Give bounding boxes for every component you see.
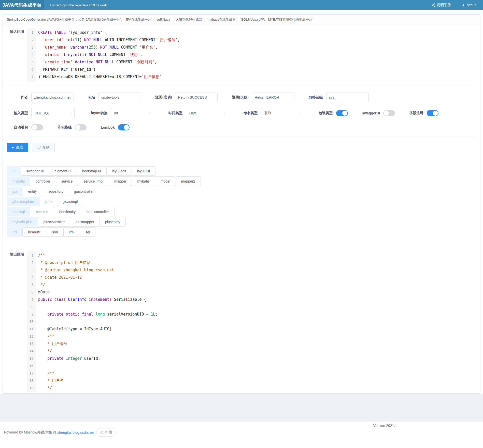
line-number: 4 bbox=[29, 51, 34, 58]
author-link[interactable]: zhengkai.blog.csdn.net bbox=[57, 430, 94, 435]
tab-sql[interactable]: sql bbox=[80, 227, 95, 237]
line-number: 1 bbox=[29, 29, 34, 36]
copy-button[interactable]: 复制 bbox=[32, 143, 55, 152]
powered-by: Powered by Moshow郑锴/大狼狗 zhengkai.blog.cs… bbox=[4, 428, 479, 437]
switch-Lombok[interactable] bbox=[118, 124, 130, 130]
tab-layui-edit[interactable]: layui-edit bbox=[106, 166, 132, 176]
line-number: 14 bbox=[29, 348, 34, 355]
tab-mapper2[interactable]: mapper2 bbox=[176, 176, 201, 186]
tab-pluscontroller[interactable]: pluscontroller bbox=[38, 217, 70, 227]
select-TinyInt转换[interactable]: int bbox=[111, 108, 154, 118]
tab-swagger-ui[interactable]: swagger-ui bbox=[21, 166, 49, 176]
switch-swaggerUI[interactable] bbox=[383, 110, 395, 116]
tab-beetlentity[interactable]: beetlentity bbox=[54, 207, 81, 216]
code-line: */ bbox=[38, 384, 480, 392]
code-line: 'user_id' int(11) NOT NULL AUTO_INCREMEN… bbox=[38, 36, 480, 44]
line-number: 17 bbox=[29, 370, 34, 377]
code-line: /** bbox=[38, 370, 480, 377]
tab-repository[interactable]: repository bbox=[42, 187, 69, 196]
tab-row-mybatis: mybatiscontrollerserviceservice_implmapp… bbox=[7, 176, 476, 186]
line-number: 10 bbox=[29, 318, 34, 325]
form-field: TinyInt转换int bbox=[89, 108, 154, 118]
app-logo[interactable]: JAVA代码生成平台 bbox=[0, 0, 44, 10]
app-tagline: For reducing the repetitive CRUD work bbox=[44, 0, 107, 10]
select-时间类型[interactable]: Date bbox=[186, 108, 229, 118]
tab-xml[interactable]: xml bbox=[63, 227, 80, 237]
text-input-返回(成功)[interactable] bbox=[175, 93, 218, 102]
field-label-输入类型: 输入类型 bbox=[7, 111, 28, 115]
java-output-editor[interactable]: 12345678910111213141516171819/** * @desc… bbox=[27, 251, 480, 392]
field-label-返回(失败): 返回(失败) bbox=[232, 95, 248, 100]
line-number: 7 bbox=[29, 296, 34, 303]
switch-自动引包[interactable] bbox=[31, 124, 43, 130]
switch-knob bbox=[124, 125, 129, 130]
nav-manual-link[interactable]: 说明手册 bbox=[432, 3, 451, 7]
share-icon bbox=[432, 3, 435, 7]
line-number: 13 bbox=[29, 340, 34, 348]
tab-beetlcontroller[interactable]: beetlcontroller bbox=[81, 207, 115, 216]
template-tabs: uiswagger-uielement-uibootstrap-uilayui-… bbox=[3, 166, 480, 237]
tab-jtdao[interactable]: jtdao bbox=[39, 197, 58, 206]
chevron-down-icon bbox=[69, 111, 72, 114]
tab-plusmapper[interactable]: plusmapper bbox=[70, 217, 100, 227]
tab-jtdaoimpl[interactable]: jtdaoimpl bbox=[58, 197, 83, 206]
chevron-down-icon bbox=[224, 111, 226, 114]
field-label-作者: 作者 bbox=[7, 95, 28, 100]
tab-group-label-jdbc-template: jdbc-template bbox=[7, 197, 39, 206]
select-输入类型[interactable]: DDL SQL bbox=[31, 108, 75, 118]
sql-input-editor[interactable]: 1234567CREATE TABLE 'sys_user_info' ( 'u… bbox=[27, 28, 480, 82]
generate-button[interactable]: ▶ 生成 bbox=[7, 143, 28, 152]
tab-row-jpa: jpaentityrepositoryjpacontroller bbox=[7, 187, 476, 196]
tab-row-util: utilbeanutiljsonxmlsql bbox=[7, 227, 476, 237]
tab-plusentity[interactable]: plusentity bbox=[100, 217, 126, 227]
magnifier-icon bbox=[100, 431, 104, 434]
version-text: Version 2021.1 bbox=[4, 424, 479, 428]
text-input-返回(失败)[interactable] bbox=[252, 93, 294, 102]
code-line bbox=[38, 362, 480, 370]
form-field: 返回(成功) bbox=[155, 93, 218, 102]
field-label-返回(成功): 返回(成功) bbox=[155, 95, 172, 100]
code-line: private Integer userId; bbox=[38, 355, 480, 362]
field-label-自动引包: 自动引包 bbox=[7, 125, 28, 130]
tab-jpacontroller[interactable]: jpacontroller bbox=[69, 187, 99, 196]
text-input-作者[interactable] bbox=[31, 93, 74, 102]
copy-icon bbox=[37, 146, 40, 149]
tab-group-label-ui: ui bbox=[7, 166, 21, 176]
chevron-down-icon bbox=[299, 111, 302, 114]
tab-entity[interactable]: entity bbox=[23, 187, 42, 196]
tab-mybatis[interactable]: mybatis bbox=[132, 176, 155, 186]
tab-service[interactable]: service bbox=[56, 176, 78, 186]
switch-knob bbox=[384, 111, 389, 116]
line-number: 15 bbox=[29, 355, 34, 362]
tab-beetlmd[interactable]: beetlmd bbox=[30, 207, 54, 216]
input-section-label: 输入区域 bbox=[3, 28, 27, 82]
tab-model[interactable]: model bbox=[155, 176, 176, 186]
tab-controller[interactable]: controller bbox=[30, 176, 56, 186]
text-input-包名[interactable] bbox=[98, 93, 141, 102]
switch-包装类型[interactable] bbox=[336, 110, 348, 116]
donate-button[interactable]: 打赏 bbox=[96, 428, 117, 437]
form-field: Lombok bbox=[101, 124, 130, 130]
form-field: swaggerUI bbox=[362, 110, 395, 116]
switch-带包路径[interactable] bbox=[75, 124, 87, 130]
nav-github-link[interactable]: ★ github bbox=[462, 3, 476, 7]
tab-row-mybatis-plus: mybatis-pluspluscontrollerplusmapperplus… bbox=[7, 217, 476, 227]
input-section: 输入区域 1234567CREATE TABLE 'sys_user_info'… bbox=[3, 28, 480, 82]
divider bbox=[7, 85, 476, 85]
text-input-忽略前缀[interactable] bbox=[326, 93, 369, 102]
tab-beanutil[interactable]: beanutil bbox=[22, 227, 46, 237]
form-field: 包名 bbox=[88, 93, 141, 102]
tab-layui-list[interactable]: layui-list bbox=[132, 166, 156, 176]
tab-service_impl[interactable]: service_impl bbox=[78, 176, 109, 186]
tab-mapper[interactable]: mapper bbox=[109, 176, 132, 186]
line-number-gutter: 1234567 bbox=[27, 28, 36, 82]
tab-json[interactable]: json bbox=[46, 227, 64, 237]
switch-knob bbox=[32, 125, 37, 130]
select-命名类型[interactable]: 驼峰 bbox=[261, 108, 304, 118]
output-section: 输出区域 12345678910111213141516171819/** * … bbox=[3, 251, 480, 392]
form-field: 包装类型 bbox=[319, 110, 348, 116]
tab-bootstrap-ui[interactable]: bootstrap-ui bbox=[77, 166, 107, 176]
tab-element-ui[interactable]: element-ui bbox=[49, 166, 77, 176]
switch-字段注释[interactable] bbox=[427, 110, 438, 116]
line-number: 11 bbox=[29, 325, 34, 333]
